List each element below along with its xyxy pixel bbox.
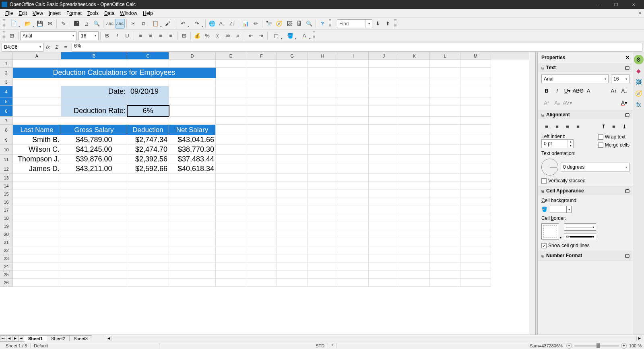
cell-A2-title[interactable]: Deduction Calculations for Employees — [13, 68, 216, 78]
cell-C6-active[interactable]: 6% — [127, 105, 169, 117]
sb-valign-top[interactable]: ⤒ — [598, 122, 609, 131]
sb-underline-button[interactable]: U▾ — [562, 86, 573, 95]
sb-wrap-checkbox[interactable]: Wrap text — [598, 134, 630, 140]
cell-D8[interactable]: Net Salary — [169, 125, 216, 135]
align-right-button[interactable]: ≡ — [156, 31, 165, 41]
row-header-23[interactable]: 23 — [0, 254, 13, 262]
sb-shrink-button[interactable]: A↓ — [619, 86, 630, 95]
cut-button[interactable]: ✂ — [128, 19, 138, 29]
align-center-button[interactable]: ≡ — [146, 31, 155, 41]
preview-button[interactable]: 🔍 — [92, 19, 101, 29]
col-header-F[interactable]: F — [246, 52, 277, 60]
open-button[interactable]: 📂 — [21, 19, 35, 29]
sb-valign-bot[interactable]: ⤓ — [619, 122, 630, 131]
sb-linestyle-select[interactable]: ▾ — [564, 223, 596, 231]
sb-align-right[interactable]: ≡ — [562, 122, 573, 131]
redo-button[interactable]: ↷ — [190, 19, 204, 29]
standard-format-button[interactable]: ⚹ — [213, 31, 222, 41]
row-header-18[interactable]: 18 — [0, 214, 13, 222]
fontcolor-button[interactable]: A — [297, 31, 311, 41]
find-prev-button[interactable]: ⬆ — [383, 19, 392, 29]
row-header-19[interactable]: 19 — [0, 222, 13, 230]
currency-button[interactable]: 💰 — [192, 31, 202, 41]
col-header-E[interactable]: E — [216, 52, 246, 60]
cell-C5[interactable] — [127, 97, 169, 105]
sb-size-select[interactable]: 16▾ — [611, 74, 630, 83]
col-header-L[interactable]: L — [430, 52, 460, 60]
menu-format[interactable]: Format — [64, 10, 85, 17]
sb-showgrid-checkbox[interactable]: ✓Show cell grid lines — [541, 243, 630, 248]
find-replace-button[interactable]: 🔭 — [264, 19, 274, 29]
paste-button[interactable]: 📋 — [149, 19, 162, 29]
find-dropdown[interactable]: ▾ — [365, 20, 372, 28]
col-header-D[interactable]: D — [169, 52, 216, 60]
sb-italic-button[interactable]: I — [552, 86, 562, 95]
toolbar-overflow-2[interactable] — [394, 19, 396, 28]
new-button[interactable]: 📄 — [7, 19, 21, 29]
sb-font-select[interactable]: Arial▾ — [541, 74, 609, 83]
row-header-5[interactable]: 5 — [0, 97, 13, 105]
sidebar-close-button[interactable]: ✕ — [625, 55, 630, 60]
copy-button[interactable]: ⧉ — [138, 19, 148, 29]
zoom-out-button[interactable]: − — [566, 343, 572, 349]
cell-B6[interactable]: Deduction Rate: — [61, 105, 127, 117]
menu-file[interactable]: File — [2, 10, 16, 17]
sb-super-button[interactable]: Aᵃ — [541, 98, 552, 107]
sb-orient-dial[interactable] — [541, 159, 558, 176]
sheet-next-button[interactable]: ▶ — [12, 335, 19, 342]
sb-bold-button[interactable]: B — [541, 86, 552, 95]
maximize-button[interactable]: ❐ — [607, 0, 625, 9]
col-header-I[interactable]: I — [338, 52, 369, 60]
sb-indent-spinner[interactable]: 0 pt▴▾ — [541, 139, 574, 148]
sbtab-functions[interactable]: fx — [634, 100, 644, 109]
autospell-button[interactable]: ABC — [115, 19, 125, 29]
zoom-in-button[interactable]: + — [621, 343, 627, 349]
row-header-8[interactable]: 8 — [0, 125, 13, 135]
sb-align-left[interactable]: ≡ — [541, 122, 552, 131]
cell-B10[interactable]: $41,245.00 — [61, 145, 127, 155]
email-button[interactable]: ✉ — [45, 19, 55, 29]
select-all-corner[interactable] — [0, 52, 13, 60]
cell-C12[interactable]: $2,592.66 — [127, 164, 169, 174]
sbtab-properties[interactable]: ⚙ — [634, 55, 644, 64]
sheet-first-button[interactable]: ⏮ — [0, 335, 6, 342]
cell-C8[interactable]: Deduction — [127, 125, 169, 135]
sb-numfmt-more[interactable]: ▢ — [625, 253, 630, 258]
gallery-button[interactable]: 🖼 — [284, 19, 294, 29]
print-button[interactable]: 🖨 — [82, 19, 91, 29]
font-size-select[interactable]: 16▾ — [78, 31, 99, 40]
find-input[interactable] — [337, 21, 365, 27]
styles-button[interactable]: ⊞ — [7, 31, 17, 41]
sb-align-center[interactable]: ≡ — [552, 122, 562, 131]
row-header-21[interactable]: 21 — [0, 238, 13, 246]
cell-D12[interactable]: $40,618.34 — [169, 164, 216, 174]
show-draw-button[interactable]: ✏ — [251, 19, 260, 29]
cell-A12[interactable]: James D. — [13, 164, 61, 174]
bgcolor-button[interactable]: 🪣 — [283, 31, 297, 41]
chart-button[interactable]: 📊 — [241, 19, 250, 29]
cell-D9[interactable]: $43,041.66 — [169, 135, 216, 145]
row-header-13[interactable]: 13 — [0, 174, 13, 182]
undo-button[interactable]: ↶ — [176, 19, 190, 29]
row-header-14[interactable]: 14 — [0, 182, 13, 190]
decrease-indent-button[interactable]: ⇤ — [246, 31, 256, 41]
row-header-3[interactable]: 3 — [0, 78, 13, 86]
toolbar-grip-2[interactable] — [3, 31, 5, 40]
sb-linecolor-select[interactable]: ✏▾ — [564, 233, 596, 240]
sort-asc-button[interactable]: A↓ — [217, 19, 227, 29]
col-header-G[interactable]: G — [277, 52, 308, 60]
sb-sub-button[interactable]: Aₐ — [552, 98, 562, 107]
row-header-7[interactable]: 7 — [0, 117, 13, 125]
status-sum[interactable]: Sum=4372806% — [526, 343, 566, 348]
cell-A11[interactable]: Thompson J. — [13, 155, 61, 164]
col-header-A[interactable]: A — [13, 52, 61, 60]
row-header-11[interactable]: 11 — [0, 155, 13, 164]
zoom-button[interactable]: 🔍 — [304, 19, 314, 29]
cell-A10[interactable]: Wilson C. — [13, 145, 61, 155]
align-justify-button[interactable]: ≡ — [166, 31, 175, 41]
sb-fontcolor-button[interactable]: A▾ — [619, 98, 630, 107]
horizontal-scrollbar[interactable]: ◀▶ — [106, 336, 642, 341]
sb-vertstack-checkbox[interactable]: Vertically stacked — [541, 178, 630, 184]
row-header-26[interactable]: 26 — [0, 279, 13, 287]
sbtab-navigator[interactable]: 🧭 — [634, 89, 644, 98]
